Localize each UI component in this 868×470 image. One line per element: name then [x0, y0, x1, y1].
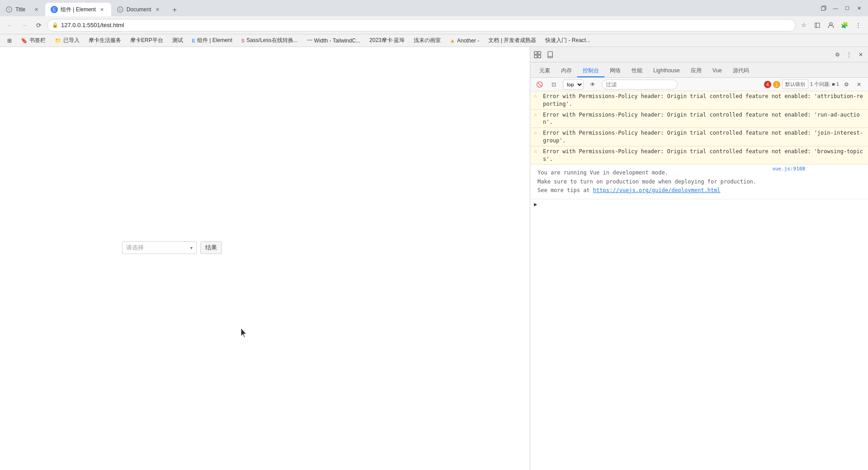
console-close-btn2[interactable]: ✕: [854, 79, 864, 90]
reload-btn[interactable]: ⟳: [33, 19, 45, 32]
tab2-close[interactable]: ✕: [99, 6, 106, 13]
console-settings-btn2[interactable]: ⚙: [841, 79, 852, 90]
console-eye-btn[interactable]: 👁: [587, 79, 598, 90]
devtools-tab-source[interactable]: 源代码: [727, 65, 755, 77]
maximize-btn[interactable]: ☐: [842, 3, 853, 14]
devtools-tab-console[interactable]: 控制台: [577, 65, 604, 77]
question-count: 1 个问题: ■ 1: [810, 81, 839, 88]
tabs-area: T Title ✕ E 组件 | Element ✕ D Document ✕ …: [0, 0, 815, 16]
dt-right-controls: ⚙ ⋮ ✕: [832, 49, 866, 60]
devtools-tab-vue[interactable]: Vue: [707, 65, 727, 77]
bookmark-moka-life[interactable]: 摩卡生活服务: [85, 36, 125, 46]
devtools-tab-memory[interactable]: 内存: [556, 65, 577, 77]
mouse-cursor: [241, 328, 248, 339]
console-filter-input[interactable]: [602, 80, 678, 89]
tab3-close[interactable]: ✕: [154, 6, 161, 13]
tab-element[interactable]: E 组件 | Element ✕: [45, 3, 111, 16]
result-button[interactable]: 结果: [200, 241, 222, 254]
profile-btn[interactable]: [825, 19, 837, 32]
bookmark-2023[interactable]: 2023摩卡·蓝埠: [366, 36, 408, 46]
vue-docs-link[interactable]: https://vuejs.org/guide/deployment.html: [593, 187, 721, 193]
back-btn[interactable]: ←: [4, 19, 16, 32]
close-window-btn[interactable]: ✕: [854, 3, 864, 14]
page-content: 请选择 ▾ 结果: [0, 47, 530, 470]
tab-document[interactable]: D Document ✕: [111, 3, 167, 16]
bm-icon: 〰: [307, 38, 312, 44]
bookmarks-bar: ⊞ 🔖 书签栏 📁 已导入 摩卡生活服务 摩卡ERP平台 测试 E 组件 | E…: [0, 34, 868, 47]
bookmark-shujia[interactable]: 🔖 书签栏: [17, 36, 49, 46]
bm-icon: S: [241, 38, 245, 43]
devtools-top-toolbar: ⚙ ⋮ ✕: [530, 47, 868, 62]
extensions-btn[interactable]: 🧩: [838, 19, 851, 32]
devtools-panel: ⚙ ⋮ ✕ 元素 内存 控制台 网络: [530, 47, 868, 470]
bookmark-wendang[interactable]: 文档 | 开发者成熟器: [485, 36, 540, 46]
browser-window: T Title ✕ E 组件 | Element ✕ D Document ✕ …: [0, 0, 868, 470]
console-filter-btn[interactable]: ⊡: [548, 79, 559, 90]
tab1-close[interactable]: ✕: [33, 6, 40, 13]
svg-rect-11: [538, 55, 541, 58]
window-controls: — ☐ ✕: [815, 0, 868, 16]
bookmark-icon-btn[interactable]: ⊞: [4, 36, 15, 46]
devtools-tab-performance[interactable]: 性能: [626, 65, 648, 77]
address-bar[interactable]: 🔒 127.0.0.1:5501/test.html: [47, 19, 796, 32]
devtools-more-btn[interactable]: ⋮: [844, 49, 854, 60]
bm-label: 浅末の画室: [414, 37, 441, 44]
more-options-btn[interactable]: ⋮: [852, 19, 864, 32]
console-entry-1: ⚠ Error with Permissions-Policy header: …: [530, 91, 868, 110]
bm-icon: 🔖: [21, 38, 28, 44]
minimize-btn[interactable]: —: [830, 3, 841, 14]
bookmark-element[interactable]: E 组件 | Element: [189, 36, 236, 46]
bookmark-yidaoru[interactable]: 📁 已导入: [51, 36, 83, 46]
bookmark-moka-erp[interactable]: 摩卡ERP平台: [127, 36, 167, 46]
console-entry-2: ⚠ Error with Permissions-Policy header: …: [530, 110, 868, 128]
bm-label: 摩卡生活服务: [89, 37, 121, 44]
vue-source-link[interactable]: vue.js:9108: [760, 166, 805, 172]
devtools-tab-lighthouse[interactable]: Lighthouse: [648, 65, 685, 77]
bookmark-huashi[interactable]: 浅末の画室: [410, 36, 444, 46]
console-text-4: Error with Permissions-Policy header: Or…: [543, 148, 864, 163]
bookmark-sass[interactable]: S Sass/Less在线转换...: [238, 36, 302, 46]
svg-rect-4: [821, 7, 825, 10]
devtools-tab-network[interactable]: 网络: [604, 65, 626, 77]
new-tab-button[interactable]: +: [169, 4, 181, 16]
console-level-select[interactable]: top: [563, 80, 584, 89]
select-dropdown[interactable]: 请选择 ▾: [122, 241, 197, 254]
console-text-3: Error with Permissions-Policy header: Or…: [543, 129, 864, 145]
svg-text:D: D: [119, 8, 122, 12]
tab2-favicon: E: [51, 6, 58, 13]
devtools-close-btn[interactable]: ✕: [855, 49, 866, 60]
tab1-favicon: T: [5, 6, 13, 13]
bm-label: 2023摩卡·蓝埠: [369, 37, 405, 44]
svg-rect-9: [534, 55, 537, 58]
svg-rect-8: [534, 52, 537, 54]
svg-text:T: T: [8, 8, 10, 12]
bm-label: 组件 | Element: [197, 37, 232, 44]
devtools-settings-btn[interactable]: ⚙: [832, 49, 843, 60]
bm-icon: 📁: [55, 38, 61, 44]
bookmark-star-btn[interactable]: ☆: [797, 19, 810, 32]
default-level-selector[interactable]: 默认级别: [782, 80, 808, 89]
forward-btn[interactable]: →: [18, 19, 31, 32]
devtools-inspect-btn[interactable]: [532, 49, 543, 60]
console-text-2: Error with Permissions-Policy header: Or…: [543, 111, 864, 127]
bm-label: 已导入: [63, 37, 80, 44]
console-text-1: Error with Permissions-Policy header: Or…: [543, 93, 864, 108]
bookmark-react[interactable]: 快速入门 - React...: [542, 36, 594, 46]
devtools-device-btn[interactable]: [545, 49, 556, 60]
bookmark-test[interactable]: 测试: [169, 36, 187, 46]
bookmark-tab-btn[interactable]: [811, 19, 824, 32]
console-entry-3: ⚠ Error with Permissions-Policy header: …: [530, 128, 868, 146]
svg-point-7: [830, 23, 832, 25]
dt-left-controls: [532, 49, 556, 60]
svg-point-14: [550, 56, 551, 57]
error-badge: 4: [764, 81, 771, 88]
tab2-title: 组件 | Element: [61, 6, 96, 14]
devtools-tab-bar: 元素 内存 控制台 网络 性能 Lighthouse 应用: [530, 62, 868, 78]
console-clear-btn[interactable]: 🚫: [534, 79, 545, 90]
tab-title[interactable]: T Title ✕: [0, 3, 45, 16]
devtools-tab-application[interactable]: 应用: [685, 65, 707, 77]
restore-down-btn[interactable]: [818, 3, 829, 14]
bookmark-tailwind[interactable]: 〰 Width - TailwindC...: [303, 36, 364, 46]
devtools-tab-elements[interactable]: 元素: [534, 65, 556, 77]
bookmark-another[interactable]: ▲ Another -: [446, 36, 483, 46]
